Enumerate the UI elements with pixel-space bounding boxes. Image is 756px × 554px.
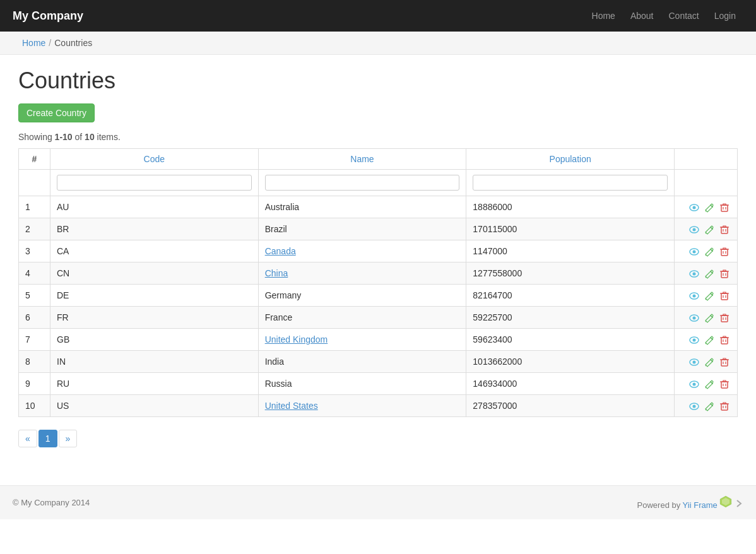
filter-population-cell[interactable] — [466, 170, 675, 196]
col-header-code[interactable]: Code — [50, 149, 259, 170]
cell-name: France — [258, 307, 466, 329]
cell-population: 82164700 — [466, 285, 675, 307]
delete-icon[interactable] — [719, 378, 729, 389]
table-filter-row — [19, 170, 738, 196]
breadcrumb-separator: / — [49, 38, 51, 48]
view-icon[interactable] — [689, 201, 699, 213]
view-icon[interactable] — [689, 290, 699, 301]
view-icon[interactable] — [689, 400, 699, 411]
filter-hash-cell — [19, 170, 50, 196]
view-icon[interactable] — [689, 312, 699, 323]
cell-actions — [675, 395, 738, 417]
cell-population: 1147000 — [466, 240, 675, 262]
nav-link-home[interactable]: Home — [584, 1, 623, 30]
pagination-next[interactable]: » — [59, 430, 78, 447]
pagination-prev[interactable]: « — [18, 430, 37, 447]
cell-num: 2 — [19, 218, 50, 240]
edit-icon[interactable] — [704, 268, 714, 279]
cell-name: United States — [258, 395, 466, 417]
breadcrumb-home[interactable]: Home — [22, 38, 45, 48]
breadcrumb-bar: Home / Countries — [0, 32, 756, 55]
view-icon[interactable] — [689, 268, 699, 279]
nav-item-contact[interactable]: Contact — [661, 1, 706, 30]
navbar: My Company Home About Contact Login — [0, 0, 756, 32]
view-icon[interactable] — [689, 245, 699, 257]
delete-icon[interactable] — [719, 400, 729, 411]
delete-icon[interactable] — [719, 334, 729, 345]
pagination-current-label: 1 — [38, 430, 57, 447]
table-header-row: # Code Name Population — [19, 149, 738, 170]
col-header-name[interactable]: Name — [258, 149, 466, 170]
edit-icon[interactable] — [704, 245, 714, 257]
col-header-population[interactable]: Population — [466, 149, 675, 170]
summary-middle: of — [73, 132, 85, 142]
delete-icon[interactable] — [719, 290, 729, 301]
svg-point-7 — [693, 228, 696, 231]
cell-population: 59225700 — [466, 307, 675, 329]
nav-item-login[interactable]: Login — [707, 1, 743, 30]
breadcrumb-home-link[interactable]: Home — [22, 38, 45, 48]
edit-icon[interactable] — [704, 356, 714, 367]
pagination-prev-link[interactable]: « — [18, 430, 37, 447]
nav-link-login[interactable]: Login — [707, 1, 743, 30]
edit-icon[interactable] — [704, 223, 714, 235]
delete-icon[interactable] — [719, 223, 729, 235]
svg-point-1 — [693, 206, 696, 209]
filter-code-cell[interactable] — [50, 170, 259, 196]
edit-icon[interactable] — [704, 290, 714, 301]
yii-logo-icon — [719, 495, 732, 508]
filter-name-input[interactable] — [265, 175, 460, 191]
cell-population: 146934000 — [466, 373, 675, 395]
cell-num: 7 — [19, 329, 50, 351]
view-icon[interactable] — [689, 356, 699, 367]
svg-point-31 — [693, 316, 696, 319]
table-row: 1AUAustralia18886000 — [19, 196, 738, 218]
edit-icon[interactable] — [704, 201, 714, 213]
cell-actions — [675, 218, 738, 240]
view-icon[interactable] — [689, 334, 699, 345]
view-icon[interactable] — [689, 223, 699, 235]
edit-icon[interactable] — [704, 312, 714, 323]
svg-point-37 — [693, 338, 696, 341]
delete-icon[interactable] — [719, 245, 729, 257]
edit-icon[interactable] — [704, 400, 714, 411]
delete-icon[interactable] — [719, 268, 729, 279]
summary-suffix: items. — [95, 132, 121, 142]
cell-code: GB — [50, 329, 259, 351]
table-wrapper: # Code Name Population — [18, 148, 738, 417]
nav-link-about[interactable]: About — [623, 1, 661, 30]
svg-rect-20 — [721, 271, 728, 278]
svg-point-13 — [693, 250, 696, 253]
filter-name-cell[interactable] — [258, 170, 466, 196]
view-icon[interactable] — [689, 378, 699, 389]
footer-framework-link[interactable]: Yii Frame — [683, 500, 718, 510]
name-link[interactable]: Canada — [265, 246, 296, 256]
delete-icon[interactable] — [719, 201, 729, 213]
name-link[interactable]: China — [265, 268, 288, 278]
create-country-button[interactable]: Create Country — [18, 103, 95, 122]
edit-icon[interactable] — [704, 334, 714, 345]
cell-code: IN — [50, 351, 259, 373]
nav-item-home[interactable]: Home — [584, 1, 623, 30]
cell-num: 1 — [19, 196, 50, 218]
pagination-next-link[interactable]: » — [59, 430, 78, 447]
cell-actions — [675, 307, 738, 329]
edit-icon[interactable] — [704, 378, 714, 389]
cell-population: 278357000 — [466, 395, 675, 417]
nav-item-about[interactable]: About — [623, 1, 661, 30]
delete-icon[interactable] — [719, 312, 729, 323]
cell-name: United Kingdom — [258, 329, 466, 351]
name-link[interactable]: United States — [265, 401, 318, 411]
navbar-brand[interactable]: My Company — [13, 9, 83, 23]
col-header-hash: # — [19, 149, 50, 170]
cell-name: Canada — [258, 240, 466, 262]
summary-total: 10 — [85, 132, 95, 142]
cell-population: 1013662000 — [466, 351, 675, 373]
svg-rect-38 — [721, 338, 728, 344]
filter-code-input[interactable] — [57, 175, 252, 191]
nav-link-contact[interactable]: Contact — [661, 1, 706, 30]
name-link[interactable]: United Kingdom — [265, 334, 328, 345]
cell-code: BR — [50, 218, 259, 240]
delete-icon[interactable] — [719, 356, 729, 367]
filter-population-input[interactable] — [473, 175, 668, 191]
